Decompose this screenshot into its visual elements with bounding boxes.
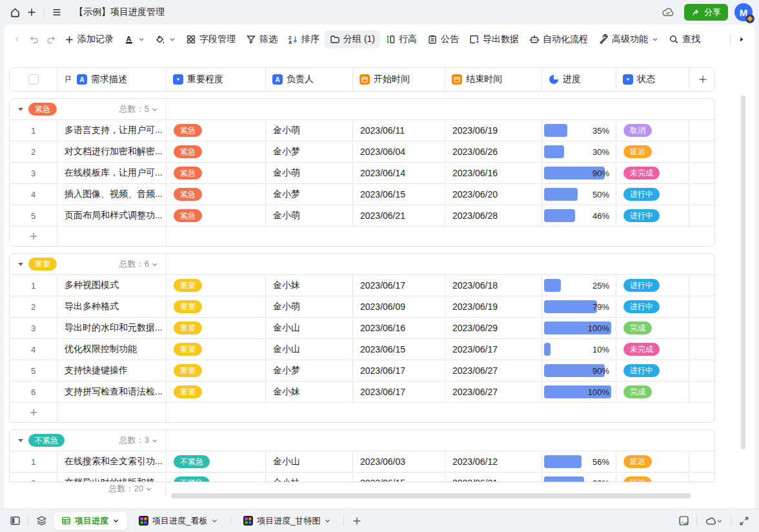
cell-requirement[interactable]: 导出时的水印和元数据... <box>57 318 166 338</box>
cell-progress[interactable]: 25% <box>541 275 616 296</box>
redo-icon[interactable] <box>43 31 59 48</box>
find-button[interactable]: 查找 <box>663 30 705 48</box>
cell-requirement[interactable]: 优化权限控制功能 <box>57 339 166 360</box>
table-row[interactable]: 6支持拼写检查和语法检...重要金小妹2023/06/172023/06/271… <box>10 382 714 403</box>
cell-end-date[interactable]: 2023/06/20 <box>445 184 541 205</box>
cell-requirement[interactable]: 导出多种格式 <box>57 296 166 317</box>
cell-requirement[interactable]: 多语言支持，让用户可... <box>57 120 166 141</box>
form-widget-icon[interactable] <box>675 513 692 529</box>
sidebar-toggle-icon[interactable] <box>6 513 23 529</box>
tab-grid-view[interactable]: 项目进度 <box>54 512 127 530</box>
avatar[interactable]: M <box>734 3 753 21</box>
cell-start-date[interactable]: 2023/06/09 <box>352 296 445 317</box>
cell-status[interactable]: 进行中 <box>616 205 689 226</box>
cell-requirement[interactable]: 在线搜索和全文索引功... <box>57 451 166 472</box>
column-header-progress[interactable]: 进度 <box>541 68 616 91</box>
add-record-row[interactable] <box>10 403 714 422</box>
cell-progress[interactable]: 10% <box>541 339 616 360</box>
cell-start-date[interactable]: 2023/06/04 <box>352 141 445 162</box>
cell-importance[interactable]: 重要 <box>166 296 265 317</box>
cell-end-date[interactable]: 2023/06/12 <box>445 451 541 472</box>
cell-end-date[interactable]: 2023/06/29 <box>445 318 541 338</box>
cell-start-date[interactable]: 2023/06/17 <box>352 382 445 402</box>
tab-gantt-view[interactable]: 项目进度_甘特图 <box>236 512 339 530</box>
cell-status[interactable]: 延迟 <box>616 141 689 162</box>
layers-icon[interactable] <box>33 513 50 529</box>
cell-progress[interactable]: 100% <box>541 382 616 402</box>
cell-requirement[interactable]: 在线模板库，让用户可... <box>57 163 166 183</box>
cell-progress[interactable]: 56% <box>541 451 616 472</box>
cell-end-date[interactable]: 2023/06/19 <box>445 120 541 141</box>
table-row[interactable]: 2导出多种格式重要金小萌2023/06/092023/06/1979%进行中 <box>10 296 714 318</box>
table-row[interactable]: 5支持快捷键操作重要金小梦2023/06/172023/06/2790%进行中 <box>10 360 714 382</box>
tab-kanban-view[interactable]: 项目进度_看板 <box>131 512 226 530</box>
cell-start-date[interactable]: 2023/06/16 <box>352 318 445 338</box>
column-header-owner[interactable]: A 负责人 <box>265 68 352 91</box>
cell-status[interactable]: 未完成 <box>616 339 689 360</box>
cell-progress[interactable]: 30% <box>541 141 616 162</box>
more-tools-icon[interactable] <box>733 31 750 48</box>
total-count[interactable]: 总数：20 <box>101 482 152 496</box>
cell-owner[interactable]: 金小梦 <box>265 360 352 381</box>
table-row[interactable]: 1多种视图模式重要金小妹2023/06/172023/06/1825%进行中 <box>10 275 714 296</box>
cell-start-date[interactable]: 2023/06/03 <box>352 451 445 472</box>
add-view-button[interactable] <box>349 513 365 529</box>
export-button[interactable]: 导出数据 <box>464 30 524 48</box>
row-height-button[interactable]: 行高 <box>380 30 422 48</box>
cell-progress[interactable]: 79% <box>541 296 616 317</box>
cell-importance[interactable]: 紧急 <box>166 163 265 183</box>
cell-importance[interactable]: 重要 <box>166 360 265 381</box>
undo-icon[interactable] <box>26 31 43 48</box>
cell-start-date[interactable]: 2023/06/15 <box>352 339 445 360</box>
table-row[interactable]: 1在线搜索和全文索引功...不紧急金小山2023/06/032023/06/12… <box>10 451 714 473</box>
table-row[interactable]: 4插入图像、视频、音频...紧急金小梦2023/06/152023/06/205… <box>10 184 714 205</box>
cell-end-date[interactable]: 2023/06/16 <box>445 163 541 183</box>
cell-importance[interactable]: 重要 <box>166 382 265 402</box>
cell-end-date[interactable]: 2023/06/19 <box>445 296 541 317</box>
cell-status[interactable]: 取消 <box>616 120 689 141</box>
cell-start-date[interactable]: 2023/06/14 <box>352 163 445 183</box>
menu-icon[interactable] <box>48 4 65 21</box>
vertical-scrollbar[interactable] <box>741 96 745 449</box>
sort-button[interactable]: ZA 排序 <box>283 30 325 48</box>
cell-requirement[interactable]: 插入图像、视频、音频... <box>57 184 166 205</box>
cloud-sync-icon[interactable] <box>660 4 676 21</box>
cell-owner[interactable]: 金小山 <box>265 451 352 472</box>
cell-owner[interactable]: 金小梦 <box>265 184 352 205</box>
cell-requirement[interactable]: 对文档进行加密和解密... <box>57 141 166 162</box>
share-button[interactable]: 分享 <box>684 4 728 21</box>
cell-requirement[interactable]: 支持拼写检查和语法检... <box>57 382 166 402</box>
table-row[interactable]: 5页面布局和样式调整功...紧急金小萌2023/06/212023/06/284… <box>10 205 714 227</box>
cell-status[interactable]: 完成 <box>616 382 689 402</box>
cell-status[interactable]: 进行中 <box>616 184 689 205</box>
extensions-button[interactable] <box>702 513 726 529</box>
cell-start-date[interactable]: 2023/06/17 <box>352 360 445 381</box>
cell-owner[interactable]: 金小萌 <box>265 296 352 317</box>
add-field-button[interactable] <box>689 68 716 91</box>
cell-status[interactable]: 进行中 <box>616 275 689 296</box>
cell-importance[interactable]: 重要 <box>166 318 265 338</box>
cell-progress[interactable]: 46% <box>541 205 616 226</box>
cell-end-date[interactable]: 2023/06/28 <box>445 205 541 226</box>
home-icon[interactable] <box>6 4 23 21</box>
group-count[interactable]: 总数：5 <box>119 103 166 115</box>
font-color-button[interactable]: A <box>119 31 150 48</box>
cell-importance[interactable]: 紧急 <box>166 184 265 205</box>
cell-end-date[interactable]: 2023/06/27 <box>445 360 541 381</box>
cell-status[interactable]: 完成 <box>616 318 689 338</box>
cell-start-date[interactable]: 2023/06/21 <box>352 205 445 226</box>
cell-progress[interactable]: 90% <box>541 163 616 183</box>
select-all-checkbox[interactable] <box>28 74 39 85</box>
cell-start-date[interactable]: 2023/06/15 <box>352 184 445 205</box>
cell-status[interactable]: 进行中 <box>616 360 689 381</box>
cell-owner[interactable]: 金小妹 <box>265 275 352 296</box>
add-record-button[interactable]: 添加记录 <box>59 30 119 48</box>
cell-progress[interactable]: 100% <box>541 318 616 338</box>
group-count[interactable]: 总数：3 <box>119 435 166 446</box>
cell-importance[interactable]: 重要 <box>166 275 265 296</box>
cell-color-button[interactable] <box>150 31 181 48</box>
cell-status[interactable]: 未完成 <box>616 163 689 183</box>
column-header-end-date[interactable]: 结束时间 <box>445 68 541 91</box>
column-header-importance[interactable]: 重要程度 <box>166 68 265 91</box>
column-header-requirement[interactable]: A 需求描述 <box>57 68 166 91</box>
